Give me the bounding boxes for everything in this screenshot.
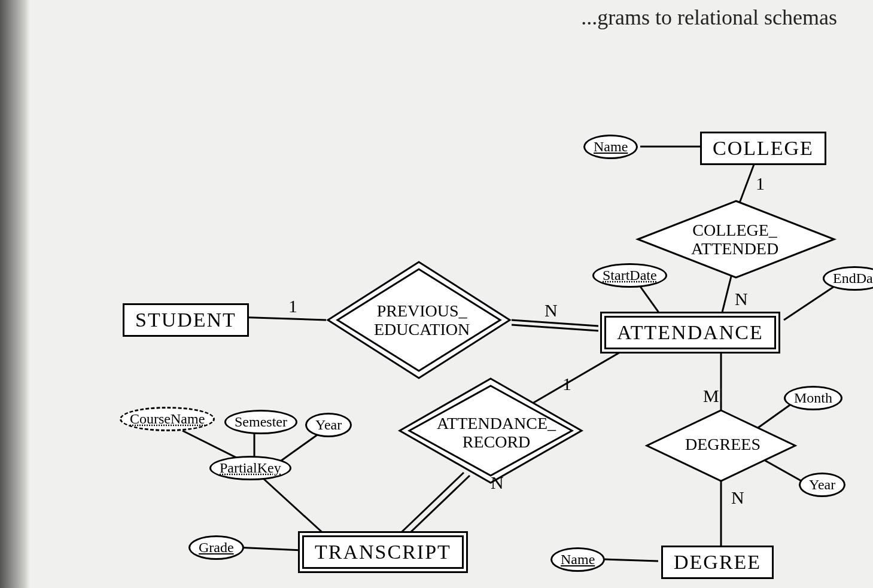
attr-college-name: Name — [583, 135, 638, 159]
card-college-attend: 1 — [756, 173, 765, 194]
attr-month: Month — [784, 386, 842, 410]
card-rec-transcript: N — [491, 473, 504, 493]
attr-partial-key: PartialKey — [209, 456, 291, 480]
card-attendance-rec-one: 1 — [562, 374, 571, 394]
entity-attendance: ATTENDANCE — [604, 316, 776, 349]
card-degrees-n: N — [731, 488, 744, 508]
attr-degree-name: Name — [550, 547, 605, 572]
page-header-fragment: ...grams to relational schemas — [581, 5, 837, 30]
attr-grade: Grade — [188, 535, 244, 560]
svg-line-1 — [512, 320, 598, 326]
attr-semester: Semester — [224, 410, 297, 434]
page-binding-shadow — [0, 0, 30, 588]
svg-line-0 — [236, 317, 326, 320]
card-degrees-m: M — [703, 386, 719, 406]
svg-line-20 — [236, 547, 302, 550]
svg-line-16 — [182, 431, 242, 461]
attr-year-degree: Year — [799, 473, 845, 497]
attr-end-date: EndDat — [823, 266, 873, 291]
attr-start-date: StartDate — [592, 263, 667, 288]
entity-student: STUDENT — [123, 303, 249, 337]
svg-line-7 — [784, 284, 838, 320]
label-degrees: DEGREES — [685, 435, 761, 454]
svg-line-19 — [263, 479, 332, 541]
svg-line-2 — [512, 325, 598, 331]
card-student-prev: 1 — [288, 296, 297, 316]
label-attendance-record: ATTENDANCE_ RECORD — [437, 415, 556, 452]
entity-college: COLLEGE — [700, 132, 826, 165]
card-attend-attendance: N — [735, 289, 748, 309]
label-college-attended: COLLEGE_ ATTENDED — [691, 221, 778, 258]
attr-year-transcript: Year — [305, 413, 352, 437]
card-prev-attendance: N — [545, 300, 558, 321]
attr-course-name: CourseName — [120, 407, 215, 431]
svg-line-15 — [604, 559, 658, 561]
entity-degree: DEGREE — [661, 546, 774, 579]
entity-transcript: TRANSCRIPT — [302, 535, 464, 569]
label-previous-education: PREVIOUS_ EDUCATION — [374, 302, 470, 339]
